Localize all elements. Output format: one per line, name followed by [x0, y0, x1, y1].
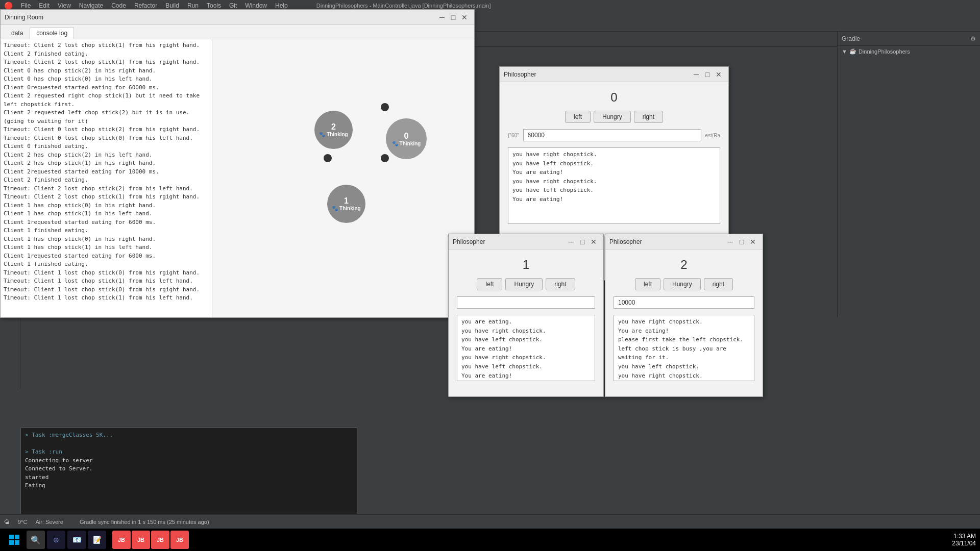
dinning-room-tabs: data console log: [1, 25, 474, 39]
menu-view[interactable]: View: [58, 2, 71, 9]
terminal-line-3: > Task :run: [25, 448, 353, 457]
minimize-button[interactable]: ─: [436, 12, 448, 23]
taskbar-app-3[interactable]: 📝: [88, 531, 106, 549]
menu-git[interactable]: Git: [229, 2, 237, 9]
log-line-28: Timeout: Client 1 lost chop stick(0) fro…: [4, 286, 209, 294]
phil-1-log-3: you have left chopstick.: [461, 335, 591, 344]
philosopher-0-close[interactable]: ✕: [713, 69, 724, 80]
menu-help[interactable]: Help: [275, 2, 288, 9]
philosopher-2-right-button[interactable]: right: [704, 278, 733, 290]
philosopher-0-log[interactable]: you have right chopstick. you have left …: [508, 147, 720, 224]
collapse-icon: ▼: [842, 48, 847, 55]
phil-2-log-6: you have right chopstick.: [618, 371, 750, 381]
log-line-25: Client 1 finished eating.: [4, 260, 209, 269]
menu-file[interactable]: File: [21, 2, 31, 9]
jb-icon-1[interactable]: JB: [112, 531, 131, 549]
philosopher-0-circle[interactable]: 0 🐾 Thinking: [386, 118, 427, 159]
jetbrains-icons: JB JB JB JB: [112, 531, 189, 549]
philosopher-1-right-button[interactable]: right: [546, 278, 575, 290]
chopstick-1: [324, 154, 332, 162]
philosopher-2-circle[interactable]: 2 🐾 Thinking: [314, 111, 353, 149]
menu-code[interactable]: Code: [111, 2, 126, 9]
philosopher-0-time-input[interactable]: [523, 129, 701, 141]
philosopher-1-left-button[interactable]: left: [477, 278, 502, 290]
log-line-29: Timeout: Client 1 lost chop stick(1) fro…: [4, 294, 209, 303]
philosopher-1-number: 1: [344, 196, 349, 206]
search-taskbar-button[interactable]: 🔍: [27, 531, 45, 549]
log-line-8: Client 2 requested left chop stick(2) bu…: [4, 109, 209, 126]
svg-rect-1: [15, 535, 19, 539]
philosopher-2-hungry-button[interactable]: Hungry: [664, 278, 701, 290]
taskbar-app-2[interactable]: 📧: [67, 531, 86, 549]
menu-tools[interactable]: Tools: [207, 2, 221, 9]
gradle-settings-icon[interactable]: ⚙: [970, 35, 976, 42]
philosopher-0-left-button[interactable]: left: [565, 111, 591, 123]
philosopher-2-titlebar: Philosopher ─ □ ✕: [605, 234, 763, 249]
dinning-room-body: Timeout: Client 2 lost chop stick(1) fro…: [1, 39, 474, 317]
terminal-line-1: > Task :mergeClasses SK...: [25, 431, 353, 440]
tab-data[interactable]: data: [5, 27, 30, 39]
log-line-18: Client 1 has chop stick(0) in his right …: [4, 202, 209, 210]
philosopher-1-titlebar: Philosopher ─ □ ✕: [449, 234, 603, 249]
menu-navigate[interactable]: Navigate: [79, 2, 103, 9]
project-title-bar: DinningPhilosophers - MainController.jav…: [316, 3, 491, 9]
phil-2-log-1: you have right chopstick.: [618, 317, 750, 327]
philosopher-0-number: 0: [404, 132, 409, 141]
svg-rect-2: [9, 540, 14, 545]
philosopher-2-minimize[interactable]: ─: [725, 236, 736, 247]
phil-1-log-1: you are eating.: [461, 317, 591, 327]
jb-icon-3[interactable]: JB: [151, 531, 169, 549]
philosopher-2-close[interactable]: ✕: [747, 236, 758, 247]
philosopher-2-log[interactable]: you have right chopstick. You are eating…: [614, 315, 754, 381]
menu-build[interactable]: Build: [165, 2, 179, 9]
terminal-line-7: Eating: [25, 482, 353, 490]
phil-0-log-1: you have right chopstick.: [512, 150, 716, 159]
jb-icon-4[interactable]: JB: [170, 531, 189, 549]
philosopher-2-body: 2 left Hungry right you have right chops…: [605, 249, 763, 389]
close-button[interactable]: ✕: [459, 12, 470, 23]
philosopher-2-maximize[interactable]: □: [736, 236, 747, 247]
svg-rect-3: [15, 540, 19, 545]
dinning-room-title: Dinning Room: [5, 14, 436, 21]
philosopher-1-close[interactable]: ✕: [588, 236, 599, 247]
philosopher-1-maximize[interactable]: □: [577, 236, 588, 247]
taskbar-app-3-icon: 📝: [93, 536, 102, 544]
philosopher-1-log[interactable]: you are eating. you have right chopstick…: [457, 315, 595, 381]
log-line-23: Client 1 has chop stick(1) in his left h…: [4, 243, 209, 252]
phil-1-log-6: you have left chopstick.: [461, 362, 591, 371]
philosopher-0-maximize[interactable]: □: [702, 69, 713, 80]
menu-refactor[interactable]: Refactor: [134, 2, 157, 9]
phil-0-log-3: You are eating!: [512, 168, 716, 177]
philosopher-0-hungry-button[interactable]: Hungry: [594, 111, 631, 123]
start-button[interactable]: [4, 530, 24, 550]
philosopher-0-body: 0 left Hungry right {"60" est(Ra you hav…: [500, 82, 728, 232]
taskbar-time-area: 1:33 AM 23/11/04: [952, 533, 976, 547]
philosopher-1-minimize[interactable]: ─: [566, 236, 577, 247]
taskbar-app-1[interactable]: ⊕: [47, 531, 65, 549]
philosopher-1-hungry-button[interactable]: Hungry: [505, 278, 543, 290]
philosopher-2-left-button[interactable]: left: [635, 278, 660, 290]
project-icon: ☕: [849, 48, 856, 55]
philosopher-2-time-input[interactable]: [614, 296, 754, 309]
philosopher-1-time-input[interactable]: [457, 296, 595, 309]
philosopher-1-circle[interactable]: 1 🐾 Thinking: [327, 185, 365, 223]
phil-2-log-5: you have left chopstick.: [618, 362, 750, 371]
tab-console-log[interactable]: console log: [30, 27, 74, 39]
philosopher-1-id: 1: [457, 258, 595, 272]
project-tree: ▼ ☕ DinningPhilosophers: [838, 46, 980, 57]
menu-run[interactable]: Run: [187, 2, 199, 9]
philosopher-0-minimize[interactable]: ─: [691, 69, 702, 80]
menu-window[interactable]: Window: [245, 2, 267, 9]
log-line-10: Timeout: Client 0 lost chop stick(0) fro…: [4, 134, 209, 143]
jb-icon-2[interactable]: JB: [132, 531, 150, 549]
taskbar-date: 23/11/04: [952, 540, 976, 547]
philosopher-2-buttons: left Hungry right: [635, 278, 733, 290]
weather-temp: 9°C: [18, 519, 27, 525]
terminal[interactable]: > Task :mergeClasses SK... > Task :run C…: [20, 428, 357, 514]
maximize-button[interactable]: □: [448, 12, 459, 23]
sync-status: Gradle sync finished in 1 s 150 ms (25 m…: [80, 519, 209, 525]
console-log-panel[interactable]: Timeout: Client 2 lost chop stick(1) fro…: [1, 39, 212, 317]
philosopher-0-right-button[interactable]: right: [634, 111, 663, 123]
project-tree-item[interactable]: ▼ ☕ DinningPhilosophers: [842, 48, 976, 55]
menu-edit[interactable]: Edit: [39, 2, 50, 9]
